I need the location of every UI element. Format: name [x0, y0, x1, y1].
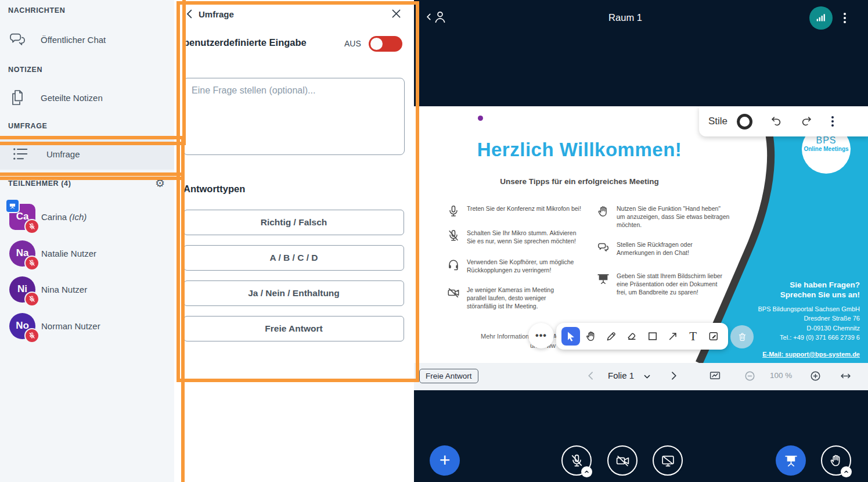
webcam-off-icon [615, 454, 630, 468]
pencil-tool[interactable] [602, 327, 621, 346]
tip-text: Treten Sie der Konferenz mit Mikrofon be… [467, 205, 581, 218]
back-chevron-icon[interactable] [183, 8, 196, 20]
style-toolbar: Stile [699, 106, 868, 136]
sidebar-item-public-chat[interactable]: Öffentlicher Chat [0, 27, 174, 52]
toolbar-overflow-button[interactable]: ••• [528, 323, 554, 348]
raise-hand-icon [597, 205, 611, 229]
custom-input-toggle[interactable] [369, 36, 402, 52]
tip-text: Je weniger Kameras im Meeting parallel l… [467, 286, 554, 311]
participants-header: TEILNEHMER (4) [8, 179, 71, 188]
microphone-icon [447, 205, 461, 218]
section-label-messages: NACHRICHTEN [8, 6, 65, 15]
tip-item: Treten Sie der Konferenz mit Mikrofon be… [447, 205, 581, 218]
sidebar-item-label: Umfrage [46, 149, 80, 159]
zoom-level-value: 100 % [770, 371, 792, 380]
sidebar-item-shared-notes[interactable]: Geteilte Notizen [0, 85, 174, 110]
previous-slide-button[interactable] [585, 370, 597, 382]
participant-row[interactable]: Ca Carina (Ich) [0, 200, 174, 233]
poll-panel: Umfrage benutzerdefinierte Eingabe AUS A… [174, 0, 414, 482]
rectangle-tool[interactable] [643, 327, 662, 346]
notes-icon [8, 88, 29, 107]
microphone-options-chevron[interactable] [581, 466, 592, 477]
options-kebab-icon[interactable] [844, 13, 846, 23]
select-tool[interactable] [561, 327, 580, 346]
poll-panel-title: Umfrage [199, 9, 234, 19]
tip-item: Geben Sie statt Ihrem Bildschirm lieber … [597, 272, 722, 297]
avatar: Ni [9, 276, 35, 303]
zoom-in-button[interactable] [809, 370, 822, 382]
whiteboard-slide-area[interactable]: BPS Online Meetings Herzlich Willkommen!… [414, 106, 868, 363]
participants-settings-gear-icon[interactable]: ⚙ [155, 177, 165, 190]
sidebar-item-poll[interactable]: Umfrage [0, 138, 174, 170]
presentation-screen-icon [597, 272, 611, 297]
sidebar-nav: NACHRICHTEN Öffentlicher Chat NOTIZEN Ge… [0, 0, 174, 482]
bps-logo: BPS Online Meetings [798, 135, 854, 152]
top-navbar: Raum 1 [414, 0, 868, 36]
custom-input-label: benutzerdefinierte Eingabe [183, 37, 307, 48]
fit-width-button[interactable] [840, 370, 852, 382]
toggle-knob [370, 38, 383, 50]
answer-type-abcd-button[interactable]: A / B / C / D [183, 245, 404, 271]
quick-poll-button[interactable]: Freie Antwort [419, 369, 478, 383]
participant-name: Nina Nutzer [41, 285, 87, 294]
muted-mic-badge-icon [24, 256, 39, 271]
participant-row[interactable]: Na Natalie Nutzer [0, 237, 174, 269]
note-tool[interactable] [704, 327, 723, 346]
connection-status-button[interactable] [809, 6, 833, 30]
slide-number-dropdown[interactable]: Folie 1 [608, 371, 634, 380]
bbb-meeting-window: NACHRICHTEN Öffentlicher Chat NOTIZEN Ge… [0, 0, 868, 482]
text-tool[interactable]: T [684, 327, 703, 346]
tip-item: Nutzen Sie die Funktion "Hand heben" um … [597, 205, 729, 229]
contact-block: Sie haben Fragen?Sprechen Sie uns an! BP… [744, 280, 860, 359]
chevron-down-icon[interactable] [643, 372, 651, 381]
tip-text: Schalten Sie Ihr Mikro stumm. Aktivieren… [467, 229, 576, 246]
camera-off-icon [447, 286, 461, 311]
undo-button[interactable] [770, 115, 783, 128]
arrow-tool[interactable] [664, 327, 682, 346]
next-slide-button[interactable] [668, 370, 679, 382]
redo-button[interactable] [800, 115, 813, 128]
restore-presentation-button[interactable] [776, 445, 806, 476]
color-style-button[interactable] [737, 114, 752, 130]
close-icon[interactable] [390, 8, 402, 20]
action-bar: + [414, 390, 868, 482]
participant-row[interactable]: Ni Nina Nutzer [0, 273, 174, 305]
tip-text: Nutzen Sie die Funktion "Hand heben" um … [617, 205, 729, 229]
poll-question-input[interactable] [183, 78, 405, 155]
answer-type-free-text-button[interactable]: Freie Antwort [183, 316, 404, 341]
chat-bubbles-icon [597, 241, 611, 257]
zoom-out-button[interactable] [744, 370, 756, 382]
tip-text: Verwenden Sie Kopfhörer, um mögliche Rüc… [467, 258, 574, 275]
muted-mic-badge-icon [24, 219, 39, 234]
slide-title: Herzlich Willkommen! [449, 139, 710, 161]
participant-row[interactable]: No Norman Nutzer [0, 310, 174, 342]
answer-type-true-false-button[interactable]: Richtig / Falsch [183, 210, 404, 235]
tip-text: Stellen Sie Rückfragen oder Anmerkungen … [617, 241, 693, 257]
presenter-badge-icon [5, 199, 20, 213]
reactions-chevron[interactable] [841, 466, 852, 477]
avatar: No [9, 313, 35, 339]
share-screen-button[interactable] [653, 445, 683, 476]
actions-plus-button[interactable]: + [430, 445, 460, 476]
answer-type-yes-no-button[interactable]: Ja / Nein / Enthaltung [183, 280, 404, 306]
hand-tool[interactable] [582, 327, 600, 346]
tip-item: Stellen Sie Rückfragen oder Anmerkungen … [597, 241, 693, 257]
poll-list-icon [12, 145, 33, 163]
style-kebab-icon[interactable] [831, 116, 834, 127]
eraser-tool[interactable] [622, 327, 641, 346]
signal-bars-icon [815, 12, 827, 24]
muted-mic-badge-icon [24, 328, 39, 343]
annotation-pen-dot [478, 116, 483, 121]
screenshare-off-icon [661, 454, 675, 468]
avatar: Na [9, 240, 35, 267]
contact-email: E-Mail: support@bps-system.de [762, 351, 860, 358]
minimize-presentation-button[interactable] [709, 370, 721, 382]
chat-icon [8, 30, 29, 49]
delete-annotations-button[interactable] [730, 325, 754, 348]
microphone-muted-icon [447, 229, 461, 246]
share-webcam-button[interactable] [607, 445, 638, 476]
tip-item: Verwenden Sie Kopfhörer, um mögliche Rüc… [447, 258, 574, 275]
slide-subtitle: Unsere Tipps für ein erfolgreiches Meeti… [449, 177, 710, 186]
whiteboard-toolbar: T [556, 323, 728, 350]
participant-name: Carina (Ich) [41, 212, 87, 222]
